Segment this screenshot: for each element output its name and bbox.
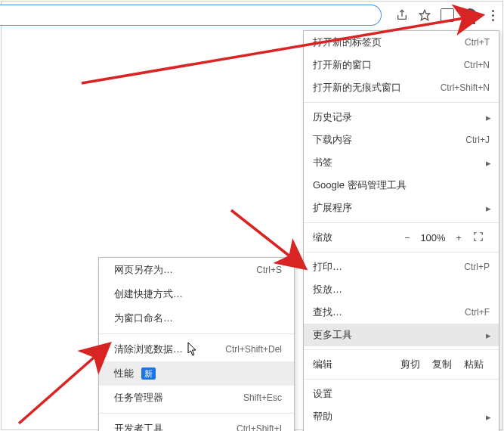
zoom-in-button[interactable]: + <box>450 232 467 243</box>
svg-marker-0 <box>419 10 429 20</box>
menu-bookmarks[interactable]: 书签 ▸ <box>304 151 499 174</box>
submenu-clear-browsing-data[interactable]: 清除浏览数据… Ctrl+Shift+Del <box>99 337 294 361</box>
chrome-main-menu: 打开新的标签页 Ctrl+T 打开新的窗口 Ctrl+N 打开新的无痕式窗口 C… <box>303 30 499 431</box>
menu-item-label: 打开新的标签页 <box>313 36 465 49</box>
zoom-out-button[interactable]: − <box>399 232 416 243</box>
menu-item-label: 打开新的窗口 <box>313 58 464 72</box>
extension-icon[interactable] <box>441 8 454 22</box>
omnibox[interactable] <box>0 5 382 26</box>
edit-paste-button[interactable]: 粘贴 <box>458 358 490 371</box>
menu-item-label: 为窗口命名… <box>114 312 282 325</box>
menu-extensions[interactable]: 扩展程序 ▸ <box>304 197 499 219</box>
menu-history[interactable]: 历史记录 ▸ <box>304 106 499 129</box>
menu-item-text: 性能 <box>114 367 134 379</box>
menu-edit: 编辑 剪切 复制 粘贴 <box>304 353 499 376</box>
menu-help[interactable]: 帮助 ▸ <box>304 405 499 428</box>
menu-item-label: 缩放 <box>313 231 399 244</box>
menu-item-shortcut: Ctrl+P <box>464 262 490 272</box>
menu-item-label: 性能 新 <box>114 367 282 380</box>
chevron-right-icon: ▸ <box>486 411 491 423</box>
menu-item-shortcut: Ctrl+T <box>465 37 490 48</box>
menu-cast[interactable]: 投放… <box>304 278 499 301</box>
menu-item-shortcut: Ctrl+F <box>465 307 490 318</box>
menu-item-label: 任务管理器 <box>114 391 243 405</box>
menu-more-tools[interactable]: 更多工具 ▸ <box>304 324 499 346</box>
chevron-right-icon: ▸ <box>486 157 491 169</box>
more-tools-submenu: 网页另存为… Ctrl+S 创建快捷方式… 为窗口命名… 清除浏览数据… Ctr… <box>98 257 295 431</box>
fullscreen-icon[interactable] <box>473 231 490 244</box>
menu-separator <box>99 413 294 414</box>
menu-downloads[interactable]: 下载内容 Ctrl+J <box>304 129 499 151</box>
submenu-create-shortcut[interactable]: 创建快捷方式… <box>99 282 294 306</box>
menu-separator <box>99 333 294 334</box>
menu-separator <box>304 349 499 350</box>
menu-item-label: 书签 <box>313 156 490 169</box>
menu-separator <box>304 252 499 253</box>
menu-item-shortcut: Ctrl+Shift+I <box>237 423 282 431</box>
new-badge: 新 <box>141 367 156 380</box>
menu-separator <box>304 102 499 103</box>
edit-cut-button[interactable]: 剪切 <box>394 358 426 371</box>
menu-item-label: 开发者工具 <box>114 422 237 431</box>
submenu-name-window[interactable]: 为窗口命名… <box>99 306 294 330</box>
menu-item-label: 历史记录 <box>313 110 490 124</box>
browser-toolbar <box>0 5 499 26</box>
menu-item-label: 网页另存为… <box>114 263 256 277</box>
menu-zoom: 缩放 − 100% + <box>304 226 499 249</box>
menu-settings[interactable]: 设置 <box>304 383 499 405</box>
zoom-level: 100% <box>416 232 450 243</box>
menu-item-label: 查找… <box>313 305 465 319</box>
submenu-task-manager[interactable]: 任务管理器 Shift+Esc <box>99 386 294 410</box>
menu-item-label: 编辑 <box>313 358 394 371</box>
menu-item-label: Google 密码管理工具 <box>313 178 490 192</box>
menu-item-shortcut: Ctrl+Shift+N <box>441 82 490 93</box>
menu-separator <box>304 222 499 223</box>
menu-item-shortcut: Ctrl+J <box>465 135 490 145</box>
chevron-right-icon: ▸ <box>486 203 491 214</box>
submenu-save-page-as[interactable]: 网页另存为… Ctrl+S <box>99 258 294 282</box>
menu-item-label: 清除浏览数据… <box>114 343 225 356</box>
menu-separator <box>304 379 499 380</box>
chevron-right-icon: ▸ <box>486 112 491 123</box>
profile-icon[interactable] <box>463 8 477 22</box>
menu-password-manager[interactable]: Google 密码管理工具 <box>304 174 499 197</box>
menu-item-label: 投放… <box>313 283 490 296</box>
share-icon[interactable] <box>395 8 409 22</box>
menu-item-label: 创建快捷方式… <box>114 287 282 301</box>
chevron-right-icon: ▸ <box>486 330 491 341</box>
menu-item-label: 更多工具 <box>313 328 490 342</box>
menu-new-window[interactable]: 打开新的窗口 Ctrl+N <box>304 54 499 76</box>
menu-item-label: 帮助 <box>313 410 490 423</box>
menu-print[interactable]: 打印… Ctrl+P <box>304 256 499 278</box>
star-icon[interactable] <box>418 8 431 22</box>
menu-item-shortcut: Ctrl+S <box>256 265 282 275</box>
menu-item-shortcut: Shift+Esc <box>243 392 282 403</box>
menu-new-tab[interactable]: 打开新的标签页 Ctrl+T <box>304 31 499 54</box>
edit-copy-button[interactable]: 复制 <box>426 358 458 371</box>
menu-find[interactable]: 查找… Ctrl+F <box>304 301 499 324</box>
menu-new-incognito[interactable]: 打开新的无痕式窗口 Ctrl+Shift+N <box>304 76 499 99</box>
submenu-developer-tools[interactable]: 开发者工具 Ctrl+Shift+I <box>99 417 294 431</box>
menu-item-label: 打开新的无痕式窗口 <box>313 81 441 95</box>
menu-item-label: 扩展程序 <box>313 201 490 215</box>
submenu-performance[interactable]: 性能 新 <box>99 361 294 386</box>
menu-item-shortcut: Ctrl+Shift+Del <box>225 344 282 355</box>
menu-item-label: 设置 <box>313 387 490 401</box>
menu-item-label: 下载内容 <box>313 133 465 147</box>
menu-item-label: 打印… <box>313 260 464 274</box>
menu-item-shortcut: Ctrl+N <box>464 60 490 70</box>
kebab-menu-icon[interactable] <box>486 8 499 22</box>
